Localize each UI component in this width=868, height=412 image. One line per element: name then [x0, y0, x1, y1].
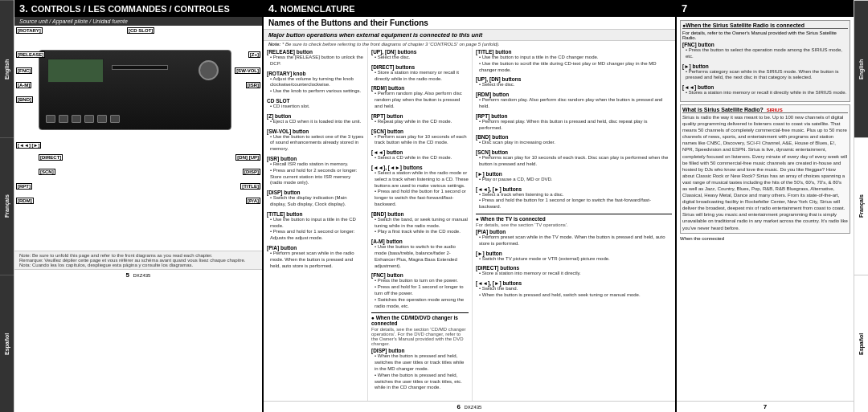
- btn-rdm-p5: [RDM] button Perform random play. Also p…: [476, 92, 672, 110]
- diagram-area: [ROTARY] [CD SLOT]: [14, 26, 262, 251]
- page3-title: CONTROLS / LES COMMANDES / CONTROLES: [31, 4, 230, 14]
- btn-updn-p5: [UP], [DN] buttons Select the disc.: [476, 76, 672, 88]
- label-dn-up: [DN] [UP]: [235, 154, 260, 161]
- side-tab-francais-left[interactable]: Français: [0, 137, 14, 275]
- page4: 4. NOMENCLATURE Names of the Buttons and…: [264, 0, 677, 412]
- label-z-plus: [Z+]: [248, 51, 260, 58]
- btn-fnc-sirius: [FNC] button Press the button to select …: [682, 42, 848, 60]
- page3-number: 3.: [19, 2, 28, 14]
- page3-subheader: Source unit / Appareil pilote / Unidad f…: [14, 17, 262, 26]
- side-tab-english-left[interactable]: English: [0, 0, 14, 137]
- btn-play-p5: [►] button Play or pause a CD, MD or DVD…: [476, 171, 672, 183]
- page5-body: ●When the Sirius Satellite Radio is conn…: [677, 17, 854, 401]
- btn-release: [RELEASE] button Press the [RELEASE] but…: [267, 49, 364, 67]
- pages-container: 3. CONTROLS / LES COMMANDES / CONTROLES …: [14, 0, 854, 412]
- page3-footer: Note: Be sure to unfold this page and re…: [14, 251, 262, 269]
- label-cd-slot: [CD SLOT]: [127, 27, 154, 34]
- btn-am: [A-M] button Use the button to switch to…: [371, 239, 469, 269]
- label-rotary: [ROTARY]: [16, 27, 43, 34]
- page4-col2: [UP], [DN] buttons Select the disc. [DIR…: [368, 47, 473, 401]
- page4-body: [RELEASE] button Press the [RELEASE] but…: [264, 47, 675, 401]
- side-tab-english-right[interactable]: English: [854, 0, 868, 137]
- device-knob: [199, 60, 219, 80]
- label-title: [TITLE]: [240, 183, 260, 190]
- btn-prev-sirius: [◄◄] button Stores a station into memory…: [682, 84, 848, 96]
- cd-section-title: ● When the CD/MD/DVD changer is connecte…: [371, 315, 469, 326]
- page4-col1: [RELEASE] button Press the [RELEASE] but…: [264, 47, 368, 401]
- page5-number-bottom: 7: [677, 401, 854, 412]
- btn-direct-tv: [DIRECT] buttons Store a station into me…: [476, 265, 672, 277]
- sirius-info-title: What is Sirius Satellite Radio? SIRIUS: [682, 107, 848, 113]
- device-btn4: [84, 115, 94, 123]
- label-disp: [DISP]: [243, 169, 260, 175]
- btn-fnc: [FNC] button Press the button to turn on…: [371, 272, 469, 309]
- btn-rpt-p5: [RPT] button Perform repeat play. When t…: [476, 113, 672, 132]
- btn-rpt: [RPT] button Repeat play while in the CD…: [371, 113, 469, 125]
- btn-cd-slot: CD SLOT CD insertion slot.: [267, 98, 364, 110]
- cd-section: ● When the CD/MD/DVD changer is connecte…: [371, 312, 469, 391]
- sirius-logo: SIRIUS: [767, 108, 783, 112]
- tv-connected-note: When the connected: [680, 236, 850, 241]
- page3-number-bottom: 5 DXZ435: [14, 269, 262, 280]
- page4-subtitle: Names of the Buttons and their Functions: [264, 17, 675, 30]
- device-btn2: [59, 115, 68, 123]
- device-diagram: [39, 50, 231, 130]
- side-tab-espanol-left[interactable]: Español: [0, 275, 14, 412]
- btn-disp-cd: [DISP] button When the button is pressed…: [371, 348, 469, 391]
- page4-col3: [TITLE] button Use the button to input a…: [473, 47, 675, 401]
- label-sw-vol: [SW-VOL]: [235, 67, 260, 74]
- device-screen: [47, 59, 104, 83]
- tv-section-title: ● When the TV is connected: [476, 216, 672, 222]
- page4-number: 4.: [268, 2, 277, 14]
- btn-pa: [P/A] button Perform preset scan while i…: [267, 245, 364, 269]
- btn-scn: [SCN] button Perform scan play for 10 se…: [371, 128, 469, 147]
- label-bnd: [BND]: [16, 96, 33, 103]
- label-prev-next: [◄◄] [►]: [16, 142, 41, 149]
- page4-title: NOMENCLATURE: [280, 4, 355, 14]
- sirius-title: ●When the Sirius Satellite Radio is conn…: [682, 22, 848, 29]
- btn-title: [TITLE] button Use the button to input a…: [267, 211, 364, 242]
- btn-up-dn: [UP], [DN] buttons Select the disc.: [371, 49, 469, 61]
- left-side-tabs: English Français Español: [0, 0, 14, 412]
- side-tab-espanol-right[interactable]: Español: [854, 275, 868, 412]
- label-am: [A-M]: [16, 82, 31, 88]
- label-scn: [SCN]: [39, 169, 55, 175]
- right-side-tabs: English Français Español: [854, 0, 868, 412]
- btn-direct: [DIRECT] buttons Store a station into me…: [371, 64, 469, 83]
- footer-note-es: Nota: Cuando lea los capítulos, desplieg…: [19, 263, 257, 267]
- label-rpt: [RPT]: [16, 183, 32, 190]
- page3: 3. CONTROLS / LES COMMANDES / CONTROLES …: [14, 0, 264, 412]
- btn-scn-p5: [SCN] button Performs scan play for 10 s…: [476, 149, 672, 168]
- btn-prev: [◄◄] button Select a CD while in the CD …: [371, 149, 469, 161]
- device-btn6: [110, 115, 120, 123]
- label-rdm: [RDM]: [16, 198, 34, 204]
- side-tab-francais-right[interactable]: Français: [854, 137, 868, 275]
- btn-play-tv: [►] button Switch the TV picture mode or…: [476, 251, 672, 263]
- label-isr: [ISR]: [246, 82, 260, 88]
- btn-z: [Z] button Eject a CD when it is loaded …: [267, 113, 364, 125]
- page4-header: 4. NOMENCLATURE: [264, 0, 675, 17]
- main-content: 3. CONTROLS / LES COMMANDES / CONTROLES …: [14, 0, 854, 412]
- label-direct: [DIRECT]: [39, 154, 63, 161]
- tv-section-text: For details, see the section 'TV operati…: [476, 222, 672, 227]
- device-buttons: [46, 115, 120, 123]
- btn-bnd: [BND] button Switch the band, or seek tu…: [371, 211, 469, 235]
- btn-prevnext-p5: [◄◄], [►] buttons Select a track when li…: [476, 186, 672, 210]
- device-btn5: [97, 115, 107, 123]
- page4-number-bottom: 6 DXZ435: [264, 401, 675, 412]
- device-btn1: [46, 115, 55, 123]
- sirius-section: ●When the Sirius Satellite Radio is conn…: [680, 20, 850, 102]
- label-release: [RELEASE]: [16, 51, 45, 58]
- btn-isr: [ISR] button Recall ISR radio station in…: [267, 156, 364, 186]
- device-cd-slot: [112, 65, 168, 70]
- btn-prevnext-tv: [◄◄], [►] buttons Switch the band. When …: [476, 280, 672, 299]
- label-fnc: [FNC]: [16, 67, 32, 74]
- sirius-info-section: What is Sirius Satellite Radio? SIRIUS S…: [680, 104, 850, 234]
- label-pa: [P/A]: [246, 198, 260, 204]
- btn-rdm: [RDM] button Perform random play. Also p…: [371, 85, 469, 109]
- btn-swvol: [SW-VOL] button Use the button to select…: [267, 128, 364, 153]
- btn-prevnext: [◄◄], [◄►] buttons Select a station whil…: [371, 165, 469, 208]
- tv-section: ● When the TV is connected For details, …: [476, 214, 672, 227]
- sirius-info-text: Sirius is radio the way it was meant to …: [682, 114, 848, 231]
- page4-note: Note: * Be sure to check before referrin…: [264, 41, 675, 47]
